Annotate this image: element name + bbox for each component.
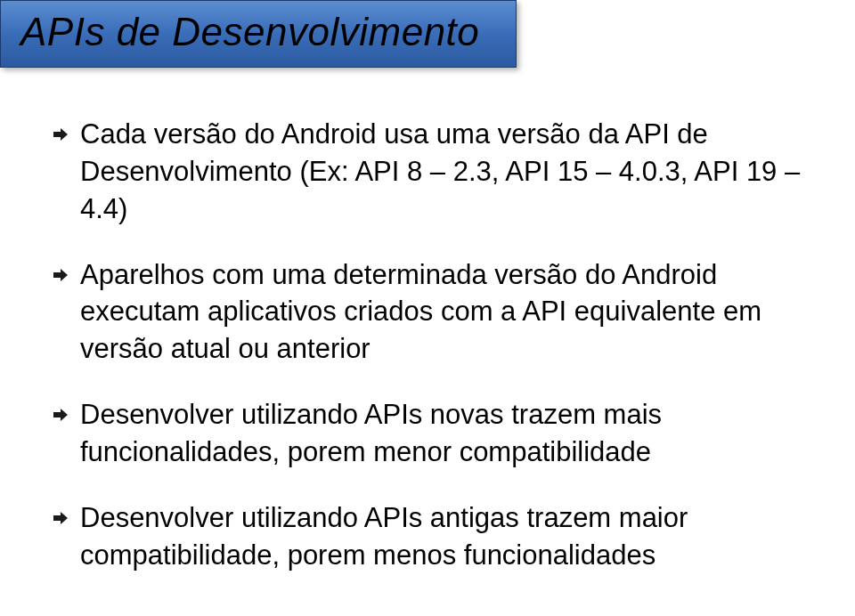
bullet-text: Aparelhos com uma determinada versão do … bbox=[80, 256, 819, 369]
arrow-right-icon bbox=[53, 128, 68, 141]
list-item: Aparelhos com uma determinada versão do … bbox=[53, 256, 819, 369]
arrow-right-icon bbox=[53, 269, 68, 281]
arrow-right-icon bbox=[53, 409, 68, 421]
list-item: Desenvolver utilizando APIs novas trazem… bbox=[53, 396, 819, 471]
arrow-right-icon bbox=[53, 512, 68, 524]
slide-title: APIs de Desenvolvimento bbox=[20, 10, 496, 54]
bullet-text: Cada versão do Android usa uma versão da… bbox=[80, 116, 819, 228]
list-item: Cada versão do Android usa uma versão da… bbox=[53, 116, 819, 228]
slide-body: Cada versão do Android usa uma versão da… bbox=[53, 116, 819, 602]
bullet-text: Desenvolver utilizando APIs antigas traz… bbox=[80, 499, 819, 574]
list-item: Desenvolver utilizando APIs antigas traz… bbox=[53, 499, 819, 574]
bullet-text: Desenvolver utilizando APIs novas trazem… bbox=[80, 396, 819, 471]
slide-title-box: APIs de Desenvolvimento bbox=[0, 0, 517, 68]
